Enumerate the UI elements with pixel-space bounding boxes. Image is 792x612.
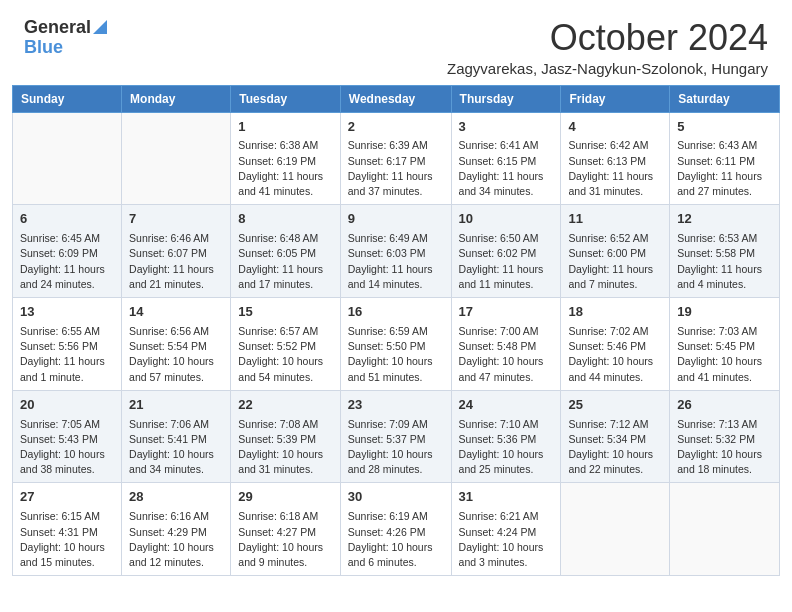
sunrise-text: Sunrise: 6:21 AM (459, 510, 539, 522)
calendar-week-5: 27Sunrise: 6:15 AMSunset: 4:31 PMDayligh… (13, 483, 780, 576)
sunrise-text: Sunrise: 6:48 AM (238, 232, 318, 244)
sunset-text: Sunset: 6:19 PM (238, 155, 316, 167)
sunset-text: Sunset: 5:36 PM (459, 433, 537, 445)
daylight-text: Daylight: 11 hours and 41 minutes. (238, 170, 323, 197)
day-number: 6 (20, 210, 114, 229)
daylight-text: Daylight: 11 hours and 31 minutes. (568, 170, 653, 197)
day-number: 25 (568, 396, 662, 415)
sunset-text: Sunset: 5:52 PM (238, 340, 316, 352)
sunset-text: Sunset: 5:46 PM (568, 340, 646, 352)
daylight-text: Daylight: 10 hours and 28 minutes. (348, 448, 433, 475)
sunrise-text: Sunrise: 7:10 AM (459, 418, 539, 430)
sunset-text: Sunset: 6:17 PM (348, 155, 426, 167)
sunrise-text: Sunrise: 6:43 AM (677, 139, 757, 151)
sunset-text: Sunset: 6:00 PM (568, 247, 646, 259)
sunset-text: Sunset: 6:09 PM (20, 247, 98, 259)
day-number: 21 (129, 396, 223, 415)
daylight-text: Daylight: 11 hours and 1 minute. (20, 355, 105, 382)
calendar-cell: 7Sunrise: 6:46 AMSunset: 6:07 PMDaylight… (122, 205, 231, 298)
calendar-cell: 12Sunrise: 6:53 AMSunset: 5:58 PMDayligh… (670, 205, 780, 298)
calendar-cell (13, 112, 122, 205)
day-number: 17 (459, 303, 554, 322)
sunrise-text: Sunrise: 6:56 AM (129, 325, 209, 337)
calendar-cell: 17Sunrise: 7:00 AMSunset: 5:48 PMDayligh… (451, 298, 561, 391)
day-number: 12 (677, 210, 772, 229)
sunset-text: Sunset: 5:43 PM (20, 433, 98, 445)
calendar-week-3: 13Sunrise: 6:55 AMSunset: 5:56 PMDayligh… (13, 298, 780, 391)
day-number: 7 (129, 210, 223, 229)
daylight-text: Daylight: 10 hours and 57 minutes. (129, 355, 214, 382)
calendar-header-sunday: Sunday (13, 85, 122, 112)
calendar-cell: 14Sunrise: 6:56 AMSunset: 5:54 PMDayligh… (122, 298, 231, 391)
sunset-text: Sunset: 6:07 PM (129, 247, 207, 259)
sunrise-text: Sunrise: 6:57 AM (238, 325, 318, 337)
daylight-text: Daylight: 11 hours and 17 minutes. (238, 263, 323, 290)
sunset-text: Sunset: 4:26 PM (348, 526, 426, 538)
location-title: Zagyvarekas, Jasz-Nagykun-Szolonok, Hung… (447, 60, 768, 77)
page-header: General Blue October 2024 Zagyvarekas, J… (0, 0, 792, 85)
sunrise-text: Sunrise: 6:42 AM (568, 139, 648, 151)
daylight-text: Daylight: 10 hours and 47 minutes. (459, 355, 544, 382)
daylight-text: Daylight: 10 hours and 38 minutes. (20, 448, 105, 475)
daylight-text: Daylight: 11 hours and 34 minutes. (459, 170, 544, 197)
sunset-text: Sunset: 6:15 PM (459, 155, 537, 167)
calendar-cell: 4Sunrise: 6:42 AMSunset: 6:13 PMDaylight… (561, 112, 670, 205)
sunset-text: Sunset: 5:50 PM (348, 340, 426, 352)
calendar-cell: 26Sunrise: 7:13 AMSunset: 5:32 PMDayligh… (670, 390, 780, 483)
day-number: 5 (677, 118, 772, 137)
daylight-text: Daylight: 10 hours and 22 minutes. (568, 448, 653, 475)
daylight-text: Daylight: 10 hours and 31 minutes. (238, 448, 323, 475)
sunset-text: Sunset: 5:58 PM (677, 247, 755, 259)
sunset-text: Sunset: 5:34 PM (568, 433, 646, 445)
daylight-text: Daylight: 11 hours and 14 minutes. (348, 263, 433, 290)
logo-blue-text: Blue (24, 38, 63, 58)
sunrise-text: Sunrise: 7:09 AM (348, 418, 428, 430)
day-number: 26 (677, 396, 772, 415)
sunrise-text: Sunrise: 6:46 AM (129, 232, 209, 244)
day-number: 29 (238, 488, 332, 507)
sunrise-text: Sunrise: 6:41 AM (459, 139, 539, 151)
daylight-text: Daylight: 11 hours and 27 minutes. (677, 170, 762, 197)
calendar-cell: 20Sunrise: 7:05 AMSunset: 5:43 PMDayligh… (13, 390, 122, 483)
calendar-cell (561, 483, 670, 576)
sunset-text: Sunset: 6:13 PM (568, 155, 646, 167)
daylight-text: Daylight: 10 hours and 25 minutes. (459, 448, 544, 475)
calendar-cell: 27Sunrise: 6:15 AMSunset: 4:31 PMDayligh… (13, 483, 122, 576)
day-number: 11 (568, 210, 662, 229)
calendar-cell: 19Sunrise: 7:03 AMSunset: 5:45 PMDayligh… (670, 298, 780, 391)
calendar-cell: 1Sunrise: 6:38 AMSunset: 6:19 PMDaylight… (231, 112, 340, 205)
sunset-text: Sunset: 6:11 PM (677, 155, 755, 167)
calendar-cell: 2Sunrise: 6:39 AMSunset: 6:17 PMDaylight… (340, 112, 451, 205)
sunrise-text: Sunrise: 6:45 AM (20, 232, 100, 244)
day-number: 2 (348, 118, 444, 137)
sunrise-text: Sunrise: 6:18 AM (238, 510, 318, 522)
sunrise-text: Sunrise: 6:49 AM (348, 232, 428, 244)
calendar-header-thursday: Thursday (451, 85, 561, 112)
daylight-text: Daylight: 11 hours and 24 minutes. (20, 263, 105, 290)
sunset-text: Sunset: 5:48 PM (459, 340, 537, 352)
calendar-cell: 13Sunrise: 6:55 AMSunset: 5:56 PMDayligh… (13, 298, 122, 391)
daylight-text: Daylight: 10 hours and 54 minutes. (238, 355, 323, 382)
day-number: 14 (129, 303, 223, 322)
daylight-text: Daylight: 10 hours and 18 minutes. (677, 448, 762, 475)
sunrise-text: Sunrise: 7:02 AM (568, 325, 648, 337)
calendar-cell: 15Sunrise: 6:57 AMSunset: 5:52 PMDayligh… (231, 298, 340, 391)
daylight-text: Daylight: 10 hours and 44 minutes. (568, 355, 653, 382)
day-number: 4 (568, 118, 662, 137)
sunrise-text: Sunrise: 6:53 AM (677, 232, 757, 244)
calendar-header-saturday: Saturday (670, 85, 780, 112)
calendar-cell: 29Sunrise: 6:18 AMSunset: 4:27 PMDayligh… (231, 483, 340, 576)
day-number: 24 (459, 396, 554, 415)
sunset-text: Sunset: 5:54 PM (129, 340, 207, 352)
daylight-text: Daylight: 10 hours and 6 minutes. (348, 541, 433, 568)
day-number: 30 (348, 488, 444, 507)
calendar-cell: 10Sunrise: 6:50 AMSunset: 6:02 PMDayligh… (451, 205, 561, 298)
sunrise-text: Sunrise: 7:03 AM (677, 325, 757, 337)
sunset-text: Sunset: 5:39 PM (238, 433, 316, 445)
calendar-table: SundayMondayTuesdayWednesdayThursdayFrid… (12, 85, 780, 577)
month-title: October 2024 (447, 18, 768, 58)
calendar-cell: 31Sunrise: 6:21 AMSunset: 4:24 PMDayligh… (451, 483, 561, 576)
daylight-text: Daylight: 10 hours and 3 minutes. (459, 541, 544, 568)
calendar-header-row: SundayMondayTuesdayWednesdayThursdayFrid… (13, 85, 780, 112)
sunrise-text: Sunrise: 7:12 AM (568, 418, 648, 430)
